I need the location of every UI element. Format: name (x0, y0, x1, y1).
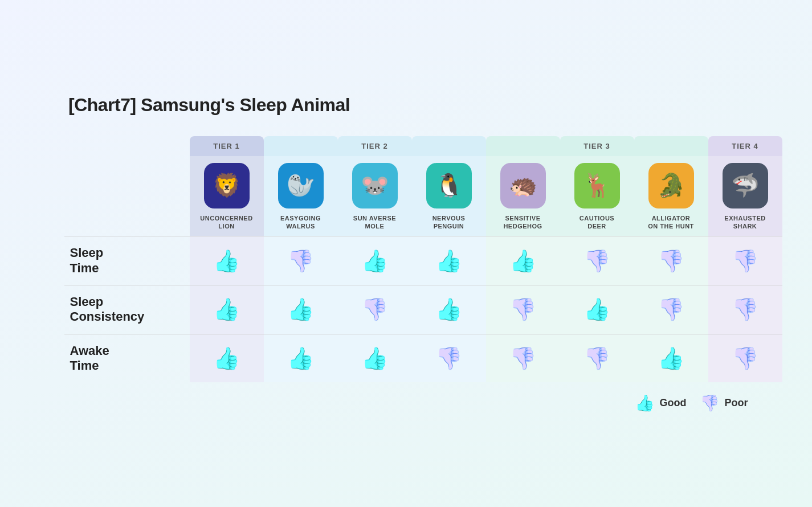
animal-cell-4: 🦔SENSITIVE HEDGEHOG (486, 156, 560, 236)
thumb-1-5: 👍 (584, 299, 610, 320)
thumb-0-1: 👎 (287, 250, 314, 272)
data-cell-0-7: 👎 (708, 236, 782, 285)
data-cell-0-6: 👎 (634, 236, 708, 285)
animal-icon-1: 🦭 (278, 163, 324, 208)
animal-cell-2: 🐭SUN AVERSE MOLE (338, 156, 412, 236)
animal-cell-1: 🦭EASYGOING WALRUS (264, 156, 338, 236)
thumb-2-4: 👎 (509, 347, 536, 369)
data-cell-2-0: 👍 (190, 334, 264, 383)
thumb-2-1: 👍 (287, 347, 314, 369)
data-cell-1-5: 👍 (560, 285, 634, 334)
data-cell-2-5: 👎 (560, 334, 634, 383)
animal-name-1: EASYGOING WALRUS (280, 214, 321, 231)
animal-cell-6: 🐊ALLIGATOR ON THE HUNT (634, 156, 708, 236)
thumb-2-6: 👍 (658, 347, 684, 369)
data-cell-2-1: 👍 (264, 334, 338, 383)
thumb-1-2: 👎 (361, 299, 388, 320)
data-cell-0-0: 👍 (190, 236, 264, 285)
tier2-label-2 (412, 136, 486, 156)
row-label-2: Awake Time (64, 334, 190, 383)
thumb-1-6: 👎 (658, 299, 684, 320)
animal-icon-4: 🦔 (500, 163, 546, 208)
animal-icon-2: 🐭 (352, 163, 398, 208)
thumb-1-7: 👎 (732, 299, 758, 320)
tier2-label-0 (264, 136, 338, 156)
chart-grid: TIER 1TIER 2TIER 3TIER 4🦁UNCONCERNED LIO… (64, 136, 748, 383)
legend-good-icon: 👍 (635, 394, 655, 412)
data-cell-2-3: 👎 (412, 334, 486, 383)
legend-poor-label: Poor (724, 397, 748, 409)
thumb-2-0: 👍 (213, 347, 240, 369)
row-label-1: Sleep Consistency (64, 285, 190, 334)
data-cell-1-7: 👎 (708, 285, 782, 334)
thumb-0-2: 👍 (361, 250, 388, 272)
thumb-1-1: 👍 (287, 299, 314, 320)
animal-icon-3: 🐧 (426, 163, 472, 208)
empty-animal-header (64, 156, 190, 236)
legend-good: 👍 Good (635, 394, 686, 412)
animal-name-3: NERVOUS PENGUIN (432, 214, 466, 231)
data-cell-1-1: 👍 (264, 285, 338, 334)
chart-title: [Chart7] Samsung's Sleep Animal (68, 95, 350, 116)
thumb-0-0: 👍 (213, 250, 240, 272)
tier3-label-1: TIER 3 (560, 136, 634, 156)
tier3-label-2 (634, 136, 708, 156)
data-cell-0-5: 👎 (560, 236, 634, 285)
data-cell-1-3: 👍 (412, 285, 486, 334)
tier2-label-1: TIER 2 (338, 136, 412, 156)
thumb-0-3: 👍 (435, 250, 462, 272)
animal-cell-3: 🐧NERVOUS PENGUIN (412, 156, 486, 236)
animal-cell-7: 🦈EXHAUSTED SHARK (708, 156, 782, 236)
animal-name-5: CAUTIOUS DEER (580, 214, 614, 231)
legend: 👍 Good 👎 Poor (64, 394, 748, 412)
page-container: [Chart7] Samsung's Sleep Animal TIER 1TI… (0, 0, 812, 507)
data-cell-0-4: 👍 (486, 236, 560, 285)
tier4-label: TIER 4 (708, 136, 782, 156)
animal-icon-5: 🦌 (574, 163, 620, 208)
animal-icon-0: 🦁 (204, 163, 250, 208)
animal-cell-0: 🦁UNCONCERNED LION (190, 156, 264, 236)
data-cell-2-7: 👎 (708, 334, 782, 383)
animal-name-2: SUN AVERSE MOLE (353, 214, 396, 231)
chart-wrapper: TIER 1TIER 2TIER 3TIER 4🦁UNCONCERNED LIO… (64, 136, 748, 413)
tier1-label: TIER 1 (190, 136, 264, 156)
thumb-1-0: 👍 (213, 299, 240, 320)
legend-good-label: Good (659, 397, 686, 409)
legend-poor: 👎 Poor (700, 394, 748, 412)
data-cell-2-2: 👍 (338, 334, 412, 383)
thumb-0-5: 👎 (584, 250, 610, 272)
legend-poor-icon: 👎 (700, 394, 720, 412)
thumb-1-4: 👎 (509, 299, 536, 320)
data-cell-0-3: 👍 (412, 236, 486, 285)
animal-cell-5: 🦌CAUTIOUS DEER (560, 156, 634, 236)
animal-icon-7: 🦈 (723, 163, 768, 208)
data-cell-2-4: 👎 (486, 334, 560, 383)
row-label-0: Sleep Time (64, 236, 190, 285)
data-cell-1-2: 👎 (338, 285, 412, 334)
animal-name-4: SENSITIVE HEDGEHOG (503, 214, 542, 231)
thumb-2-5: 👎 (584, 347, 610, 369)
thumb-0-4: 👍 (509, 250, 536, 272)
data-cell-1-6: 👎 (634, 285, 708, 334)
data-cell-1-0: 👍 (190, 285, 264, 334)
thumb-2-2: 👍 (361, 347, 388, 369)
data-cell-2-6: 👍 (634, 334, 708, 383)
thumb-1-3: 👍 (435, 299, 462, 320)
data-cell-0-2: 👍 (338, 236, 412, 285)
animal-icon-6: 🐊 (648, 163, 694, 208)
animal-name-0: UNCONCERNED LION (200, 214, 252, 231)
empty-tier-header (64, 136, 190, 156)
animal-name-6: ALLIGATOR ON THE HUNT (648, 214, 694, 231)
thumb-2-7: 👎 (732, 347, 758, 369)
data-cell-1-4: 👎 (486, 285, 560, 334)
animal-name-7: EXHAUSTED SHARK (724, 214, 765, 231)
thumb-2-3: 👎 (435, 347, 462, 369)
tier3-label-0 (486, 136, 560, 156)
data-cell-0-1: 👎 (264, 236, 338, 285)
thumb-0-6: 👎 (658, 250, 684, 272)
thumb-0-7: 👎 (732, 250, 758, 272)
